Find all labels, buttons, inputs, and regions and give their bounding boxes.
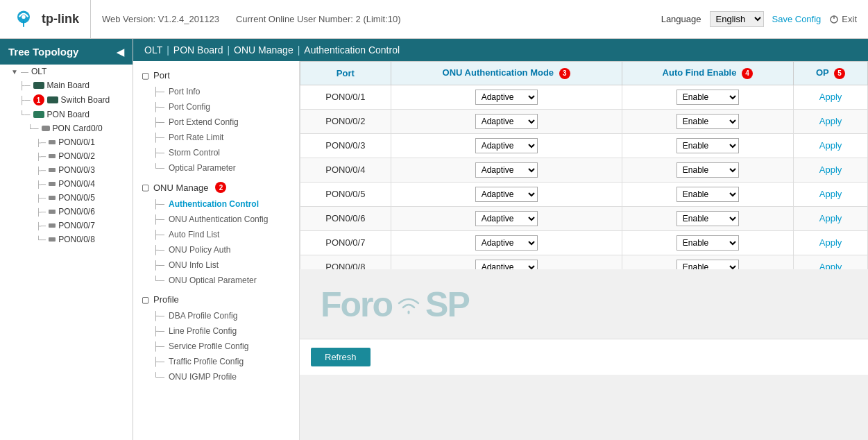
nav-item-onu-policy-auth[interactable]: ├─ ONU Policy Auth bbox=[133, 242, 299, 257]
wifi-icon bbox=[393, 289, 424, 320]
nav-item-onu-info-list[interactable]: ├─ ONU Info List bbox=[133, 257, 299, 273]
sidebar-collapse-button[interactable]: ◀ bbox=[117, 46, 124, 58]
breadcrumb-auth-control: Authentication Control bbox=[304, 44, 400, 56]
auth-mode-cell-5: AdaptiveManualAuto bbox=[391, 206, 622, 230]
refresh-button[interactable]: Refresh bbox=[311, 348, 371, 366]
nav-item-auth-control[interactable]: ├─ Authentication Control bbox=[133, 196, 299, 212]
sidebar-item-pon001[interactable]: ├─ PON0/0/1 bbox=[0, 135, 133, 149]
sidebar-item-pon007[interactable]: ├─ PON0/0/7 bbox=[0, 219, 133, 232]
auth-mode-select-5[interactable]: AdaptiveManualAuto bbox=[475, 211, 538, 226]
sidebar-item-pon004[interactable]: ├─ PON0/0/4 bbox=[0, 177, 133, 191]
nav-item-port-info[interactable]: ├─ Port Info bbox=[133, 84, 299, 99]
port-icon-6 bbox=[49, 209, 56, 214]
nav-section-port-header[interactable]: ▢ Port bbox=[133, 67, 299, 84]
sidebar-item-pon006[interactable]: ├─ PON0/0/6 bbox=[0, 205, 133, 219]
nav-section-onu-manage-header[interactable]: ▢ ONU Manage 2 bbox=[133, 178, 299, 196]
power-icon bbox=[829, 15, 839, 24]
apply-link-4[interactable]: Apply bbox=[819, 189, 842, 199]
auth-control-label: Authentication Control bbox=[169, 199, 259, 209]
auth-mode-select-0[interactable]: AdaptiveManualAuto bbox=[475, 90, 538, 105]
nav-item-optical-parameter[interactable]: └─ Optical Parameter bbox=[133, 160, 299, 176]
auto-find-select-0[interactable]: EnableDisable bbox=[676, 90, 739, 105]
auto-find-select-5[interactable]: EnableDisable bbox=[676, 211, 739, 226]
auto-find-select-4[interactable]: EnableDisable bbox=[676, 187, 739, 202]
nav-item-port-extend-config[interactable]: ├─ Port Extend Config bbox=[133, 115, 299, 130]
nav-item-auto-find-list[interactable]: ├─ Auto Find List bbox=[133, 227, 299, 242]
sidebar-item-pon005[interactable]: ├─ PON0/0/5 bbox=[0, 191, 133, 205]
sidebar-item-switch-board[interactable]: ├─ 1 Switch Board bbox=[0, 92, 133, 108]
sidebar-item-pon-card[interactable]: └─ PON Card0/0 bbox=[0, 121, 133, 135]
two-col-layout: ▢ Port ├─ Port Info ├─ Port Config ├─ Po… bbox=[133, 61, 868, 440]
apply-link-0[interactable]: Apply bbox=[819, 92, 842, 102]
apply-link-7[interactable]: Apply bbox=[819, 262, 842, 269]
auth-mode-select-1[interactable]: AdaptiveManualAuto bbox=[475, 114, 538, 129]
auto-find-select-6[interactable]: EnableDisable bbox=[676, 235, 739, 251]
op-cell-2: Apply bbox=[794, 133, 868, 158]
svg-rect-10 bbox=[49, 210, 56, 214]
sidebar-item-pon002[interactable]: ├─ PON0/0/2 bbox=[0, 149, 133, 163]
pon003-label: PON0/0/3 bbox=[58, 165, 95, 175]
auto-find-cell-2: EnableDisable bbox=[622, 133, 793, 158]
language-select[interactable]: English Chinese bbox=[710, 11, 764, 27]
tree-line: ├─ bbox=[19, 81, 31, 90]
header-right: Language English Chinese Save Config Exi… bbox=[661, 11, 857, 27]
auto-find-select-1[interactable]: EnableDisable bbox=[676, 114, 739, 129]
auto-find-select-3[interactable]: EnableDisable bbox=[676, 162, 739, 178]
line-profile-config-label: Line Profile Config bbox=[169, 326, 237, 336]
auth-mode-select-3[interactable]: AdaptiveManualAuto bbox=[475, 162, 538, 178]
pon-card-label: PON Card0/0 bbox=[53, 124, 103, 133]
apply-link-2[interactable]: Apply bbox=[819, 140, 842, 151]
header: tp-link Web Version: V1.2.4_201123 Curre… bbox=[0, 0, 868, 39]
exit-button[interactable]: Exit bbox=[829, 14, 857, 24]
apply-link-6[interactable]: Apply bbox=[819, 237, 842, 248]
save-config-link[interactable]: Save Config bbox=[772, 14, 822, 24]
sidebar-item-pon003[interactable]: ├─ PON0/0/3 bbox=[0, 163, 133, 177]
nav-item-traffic-profile-config[interactable]: ├─ Traffic Profile Config bbox=[133, 354, 299, 369]
table-row: PON0/0/5AdaptiveManualAutoEnableDisableA… bbox=[300, 182, 868, 206]
nav-section-profile: ▢ Profile ├─ DBA Profile Config ├─ Line … bbox=[133, 291, 299, 384]
storm-control-label: Storm Control bbox=[169, 148, 220, 158]
breadcrumb: OLT | PON Board | ONU Manage | Authentic… bbox=[133, 39, 868, 61]
auth-mode-select-4[interactable]: AdaptiveManualAuto bbox=[475, 187, 538, 202]
port-cell-6: PON0/0/7 bbox=[300, 230, 391, 255]
main-board-label: Main Board bbox=[47, 81, 90, 90]
auth-mode-select-7[interactable]: AdaptiveManualAuto bbox=[475, 260, 538, 269]
table-wrapper[interactable]: Port ONU Authentication Mode 3 Auto Find… bbox=[300, 61, 868, 269]
watermark-container: Foro SP bbox=[300, 269, 868, 339]
port-cell-7: PON0/0/8 bbox=[300, 255, 391, 269]
nav-item-port-config[interactable]: ├─ Port Config bbox=[133, 99, 299, 115]
badge-1: 1 bbox=[33, 94, 44, 105]
apply-link-3[interactable]: Apply bbox=[819, 164, 842, 175]
logo-area: tp-link bbox=[11, 0, 91, 38]
auth-mode-select-2[interactable]: AdaptiveManualAuto bbox=[475, 138, 538, 153]
col-header-auth-mode: ONU Authentication Mode 3 bbox=[391, 62, 622, 85]
auto-find-select-2[interactable]: EnableDisable bbox=[676, 138, 739, 153]
table-row: PON0/0/7AdaptiveManualAutoEnableDisableA… bbox=[300, 230, 868, 255]
nav-item-storm-control[interactable]: ├─ Storm Control bbox=[133, 145, 299, 160]
nav-item-onu-auth-config[interactable]: ├─ ONU Authentication Config bbox=[133, 212, 299, 227]
sidebar-item-pon-board[interactable]: └─ PON Board bbox=[0, 108, 133, 121]
nav-item-dba-profile-config[interactable]: ├─ DBA Profile Config bbox=[133, 308, 299, 323]
apply-link-1[interactable]: Apply bbox=[819, 116, 842, 126]
pon007-label: PON0/0/7 bbox=[58, 221, 95, 230]
table-row: PON0/0/1AdaptiveManualAutoEnableDisableA… bbox=[300, 85, 868, 109]
nav-item-port-rate-limit[interactable]: ├─ Port Rate Limit bbox=[133, 130, 299, 145]
auth-mode-select-6[interactable]: AdaptiveManualAuto bbox=[475, 235, 538, 251]
nav-section-profile-header[interactable]: ▢ Profile bbox=[133, 291, 299, 308]
nav-item-service-profile-config[interactable]: ├─ Service Profile Config bbox=[133, 339, 299, 354]
port-icon-2 bbox=[49, 153, 56, 159]
dba-profile-config-label: DBA Profile Config bbox=[169, 311, 237, 321]
nav-item-line-profile-config[interactable]: ├─ Line Profile Config bbox=[133, 323, 299, 339]
content-area: OLT | PON Board | ONU Manage | Authentic… bbox=[133, 39, 868, 440]
sidebar-item-main-board[interactable]: ├─ Main Board bbox=[0, 78, 133, 92]
apply-link-5[interactable]: Apply bbox=[819, 213, 842, 223]
auto-find-select-7[interactable]: EnableDisable bbox=[676, 260, 739, 269]
sidebar-item-olt[interactable]: ▼ — OLT bbox=[0, 65, 133, 78]
switch-board-label: Switch Board bbox=[61, 95, 110, 105]
nav-item-onu-igmp-profile[interactable]: └─ ONU IGMP Profile bbox=[133, 369, 299, 384]
table-panel: Port ONU Authentication Mode 3 Auto Find… bbox=[300, 61, 868, 440]
nav-menu: ▢ Port ├─ Port Info ├─ Port Config ├─ Po… bbox=[133, 61, 300, 440]
nav-item-onu-optical-parameter[interactable]: └─ ONU Optical Parameter bbox=[133, 273, 299, 288]
sidebar-title: Tree Topology ◀ bbox=[0, 39, 133, 65]
sidebar-item-pon008[interactable]: └─ PON0/0/8 bbox=[0, 232, 133, 246]
